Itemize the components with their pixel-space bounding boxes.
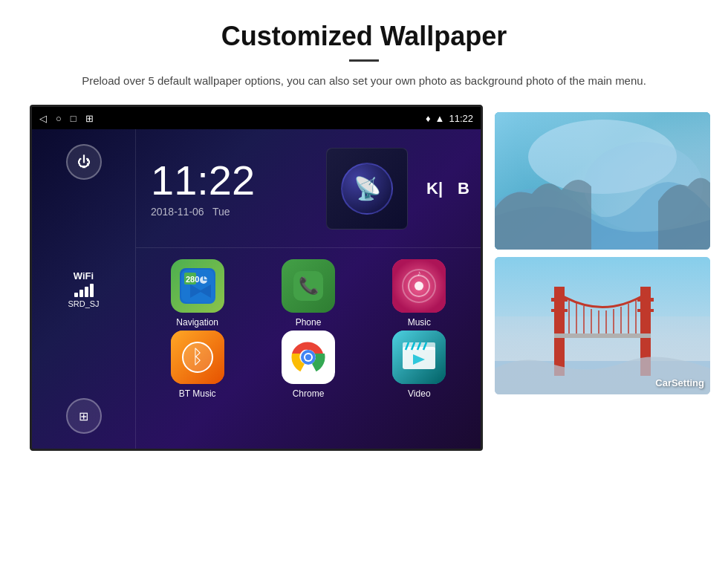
header-section: Customized Wallpaper Preload over 5 defa… [0,0,728,105]
recent-icon[interactable]: □ [71,113,77,124]
wallpaper-bridge[interactable]: CarSetting [495,257,710,394]
status-right: ♦ ▲ 11:22 [426,113,473,124]
clock-time: 11:22 [151,160,293,201]
android-screen: ◁ ○ □ ⊞ ♦ ▲ 11:22 ⏻ WiFi [30,105,483,451]
apps-grid-icon: ⊞ [79,409,88,423]
back-icon[interactable]: ◁ [39,113,47,124]
app-item-phone[interactable]: 📞 Phone [254,259,362,328]
screenshot-icon[interactable]: ⊞ [85,113,94,124]
chrome-icon [282,331,335,384]
phone-label: Phone [296,317,322,328]
day-value: Tue [212,206,230,218]
b-label: B [458,179,469,198]
location-icon: ♦ [426,113,431,124]
power-button[interactable]: ⏻ [66,144,102,180]
svg-text:ᛒ: ᛒ [192,345,204,368]
maps-inner: 280 [180,268,215,304]
svg-text:📞: 📞 [298,276,319,296]
wifi-network-name: SRD_SJ [68,299,99,308]
navigation-icon: 280 [171,259,224,313]
wifi-bars [68,284,99,297]
app-item-video[interactable]: Video [365,331,473,399]
svg-rect-48 [551,309,568,312]
bar-2 [79,290,83,297]
ki-label: K| [426,179,443,198]
svg-text:280: 280 [186,275,199,284]
svg-rect-47 [637,298,654,302]
music-label: Music [408,317,431,328]
bar-1 [74,293,78,297]
wifi-label: WiFi [68,270,99,282]
nav-icons: ◁ ○ □ ⊞ [39,113,94,124]
navigation-label: Navigation [176,317,218,328]
home-icon[interactable]: ○ [56,113,62,124]
clock-date: 2018-11-06 Tue [151,206,293,218]
wallpaper-stack: CarSetting [495,105,710,394]
app-grid: 280 Navigation [136,248,481,410]
page-description: Preload over 5 default wallpaper options… [59,72,669,90]
widget-area: 📡 [308,129,426,247]
apps-button[interactable]: ⊞ [66,398,102,434]
svg-rect-46 [551,298,568,302]
title-divider [349,59,379,62]
wallpaper-bridge-label: CarSetting [655,377,704,388]
clock-widget: 11:22 2018-11-06 Tue [136,129,308,247]
media-labels: K| B [426,129,481,247]
btmusic-icon: ᛒ [171,331,224,384]
chrome-label: Chrome [293,388,325,399]
svg-text:♪: ♪ [417,269,421,277]
svg-rect-45 [554,333,651,338]
date-value: 2018-11-06 [151,206,204,218]
music-icon: ♪ [392,259,446,313]
svg-point-18 [305,354,311,360]
wallpaper-ice[interactable] [495,112,710,250]
clock-section: 11:22 2018-11-06 Tue 📡 [136,129,481,248]
app-item-music[interactable]: ♪ Music [365,259,473,328]
wifi-status-icon: ▲ [435,113,445,124]
radio-widget[interactable]: 📡 [326,148,408,230]
time-display: 11:22 [449,113,473,124]
video-label: Video [408,388,430,399]
app-item-navigation[interactable]: 280 Navigation [143,259,251,328]
radio-icon: 📡 [341,163,393,215]
bar-4 [90,284,94,297]
bar-3 [85,287,88,297]
antenna-icon: 📡 [354,175,381,201]
app-item-btmusic[interactable]: ᛒ BT Music [143,331,251,399]
svg-rect-49 [637,309,654,312]
center-area: 11:22 2018-11-06 Tue 📡 [136,129,481,449]
home-screen: ⏻ WiFi SRD_SJ ⊞ [32,129,481,449]
page-title: Customized Wallpaper [59,21,669,52]
btmusic-label: BT Music [179,388,216,399]
power-icon: ⏻ [77,154,91,170]
video-icon [392,331,446,384]
app-item-chrome[interactable]: Chrome [254,331,362,399]
left-sidebar: ⏻ WiFi SRD_SJ ⊞ [32,129,136,449]
wifi-widget: WiFi SRD_SJ [68,270,99,308]
status-bar: ◁ ○ □ ⊞ ♦ ▲ 11:22 [32,107,481,129]
main-area: ◁ ○ □ ⊞ ♦ ▲ 11:22 ⏻ WiFi [0,105,728,451]
svg-point-9 [415,282,423,290]
phone-icon: 📞 [282,259,335,313]
